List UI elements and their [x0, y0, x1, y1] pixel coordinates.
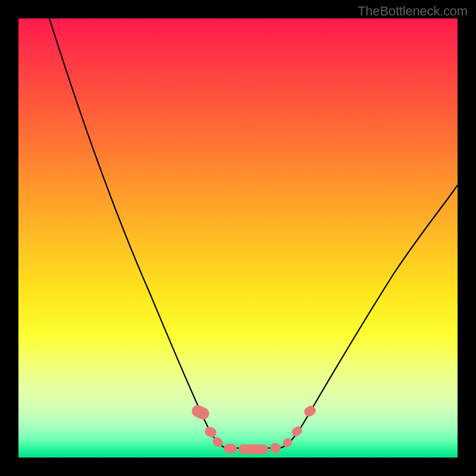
bead-2	[211, 436, 225, 449]
bead-4	[239, 444, 268, 454]
bead-6	[281, 436, 293, 449]
watermark-text: TheBottleneck.com	[358, 4, 468, 19]
bead-8	[302, 404, 317, 418]
bead-7	[290, 425, 304, 438]
bead-0	[190, 403, 211, 421]
bead-3	[224, 444, 237, 453]
bead-5	[269, 442, 282, 454]
chart-frame: TheBottleneck.com	[0, 0, 476, 476]
plot-area	[18, 18, 458, 458]
beads-layer	[18, 18, 458, 458]
